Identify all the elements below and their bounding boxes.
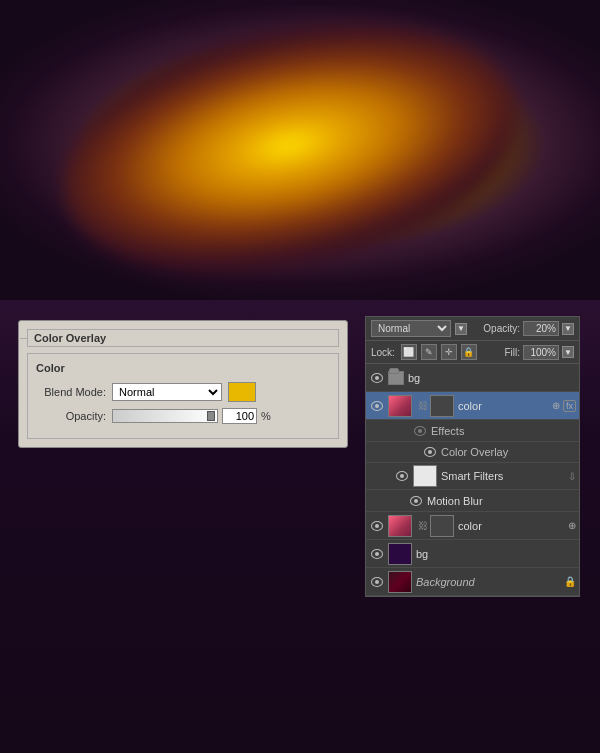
- opacity-slider-track[interactable]: [112, 409, 218, 423]
- opacity-input[interactable]: 100: [222, 408, 257, 424]
- opacity-slider-thumb[interactable]: [207, 411, 215, 421]
- opacity-slider-container: 100 %: [112, 408, 271, 424]
- blend-mode-row: Blend Mode: Normal Dissolve Multiply Scr…: [36, 382, 330, 402]
- blend-mode-dropdown-arrow[interactable]: ▼: [455, 323, 467, 335]
- layer-thumb-background: [388, 571, 412, 593]
- color-overlay-row[interactable]: Color Overlay: [366, 442, 579, 463]
- eye-icon-effects[interactable]: [412, 423, 428, 439]
- folder-icon-bg-group: [388, 371, 404, 385]
- dialog-title: Color Overlay: [27, 329, 339, 347]
- layers-panel: Normal ▼ Opacity: ▼ Lock: ⬜ ✎ ✛ 🔒 Fill: …: [365, 316, 580, 597]
- layer-bg-plain[interactable]: bg: [366, 540, 579, 568]
- layer-name-color-selected: color: [458, 400, 549, 412]
- layer-mask-thumb-color-selected: [430, 395, 454, 417]
- color-swatch[interactable]: [228, 382, 256, 402]
- eye-icon-bg-plain[interactable]: [369, 546, 385, 562]
- color-overlay-label: Color Overlay: [441, 446, 576, 458]
- opacity-value-input[interactable]: [523, 321, 559, 336]
- layer-color-selected[interactable]: ⛓ color ⊕ fx: [366, 392, 579, 420]
- chain-icon-color-2: ⛓: [416, 516, 430, 536]
- blend-mode-select[interactable]: Normal Dissolve Multiply Screen: [112, 383, 222, 401]
- link-icon-color: ⊕: [552, 400, 560, 411]
- canvas-glow: [40, 0, 540, 315]
- lock-all-btn[interactable]: 🔒: [461, 344, 477, 360]
- eye-icon-bg-group[interactable]: [369, 370, 385, 386]
- fill-label: Fill:: [504, 347, 520, 358]
- color-section-title: Color: [36, 362, 330, 374]
- layer-thumb-color-selected: [388, 395, 412, 417]
- layer-name-bg-plain: bg: [416, 548, 576, 560]
- smart-filters-row[interactable]: Smart Filters ⇩: [366, 463, 579, 490]
- color-overlay-dialog: Color Overlay Color Blend Mode: Normal D…: [18, 320, 348, 448]
- opacity-label: Opacity:: [36, 410, 106, 422]
- fx-badge-color[interactable]: fx: [563, 400, 576, 412]
- layers-header: Normal ▼ Opacity: ▼: [366, 317, 579, 341]
- layer-mask-thumb-color-2: [430, 515, 454, 537]
- lock-position-btn[interactable]: ✛: [441, 344, 457, 360]
- motion-blur-row[interactable]: Motion Blur: [366, 490, 579, 512]
- effects-label: Effects: [431, 425, 576, 437]
- lock-transparent-btn[interactable]: ⬜: [401, 344, 417, 360]
- layer-thumb-bg-plain: [388, 543, 412, 565]
- opacity-section: Opacity: ▼: [483, 321, 574, 336]
- canvas-area: [0, 0, 600, 300]
- layer-color-2[interactable]: ⛓ color ⊕: [366, 512, 579, 540]
- link-icon-color-2: ⊕: [568, 520, 576, 531]
- motion-blur-label: Motion Blur: [427, 495, 576, 507]
- layers-blend-mode-select[interactable]: Normal: [371, 320, 451, 337]
- fill-value-input[interactable]: [523, 345, 559, 360]
- lock-image-btn[interactable]: ✎: [421, 344, 437, 360]
- fill-section: Fill: ▼: [504, 345, 574, 360]
- smart-filter-thumb: [413, 465, 437, 487]
- lock-label: Lock:: [371, 347, 395, 358]
- eye-icon-background[interactable]: [369, 574, 385, 590]
- eye-icon-color-selected[interactable]: [369, 398, 385, 414]
- opacity-label-layers: Opacity:: [483, 323, 520, 334]
- eye-icon-color-2[interactable]: [369, 518, 385, 534]
- layer-name-background: Background: [416, 576, 564, 588]
- layers-toolbar: Lock: ⬜ ✎ ✛ 🔒 Fill: ▼: [366, 341, 579, 364]
- layer-bg-group[interactable]: bg: [366, 364, 579, 392]
- opacity-percent: %: [261, 410, 271, 422]
- layer-thumb-color-2: [388, 515, 412, 537]
- eye-icon-smart-filters[interactable]: [394, 468, 410, 484]
- layer-name-color-2: color: [458, 520, 565, 532]
- effects-header-row[interactable]: Effects: [366, 420, 579, 442]
- fill-dropdown-arrow[interactable]: ▼: [562, 346, 574, 358]
- eye-icon-color-overlay[interactable]: [422, 444, 438, 460]
- lock-badge-background: 🔒: [564, 576, 576, 587]
- opacity-dropdown-arrow[interactable]: ▼: [562, 323, 574, 335]
- dialog-title-text: Color Overlay: [34, 332, 106, 344]
- opacity-row: Opacity: 100 %: [36, 408, 330, 424]
- smart-filters-label: Smart Filters: [441, 470, 568, 482]
- blend-mode-label: Blend Mode:: [36, 386, 106, 398]
- chain-icon-color-selected: ⛓: [416, 396, 430, 416]
- layer-name-bg-group: bg: [408, 372, 576, 384]
- eye-icon-motion-blur[interactable]: [408, 493, 424, 509]
- layer-background[interactable]: Background 🔒: [366, 568, 579, 596]
- color-section: Color Blend Mode: Normal Dissolve Multip…: [27, 353, 339, 439]
